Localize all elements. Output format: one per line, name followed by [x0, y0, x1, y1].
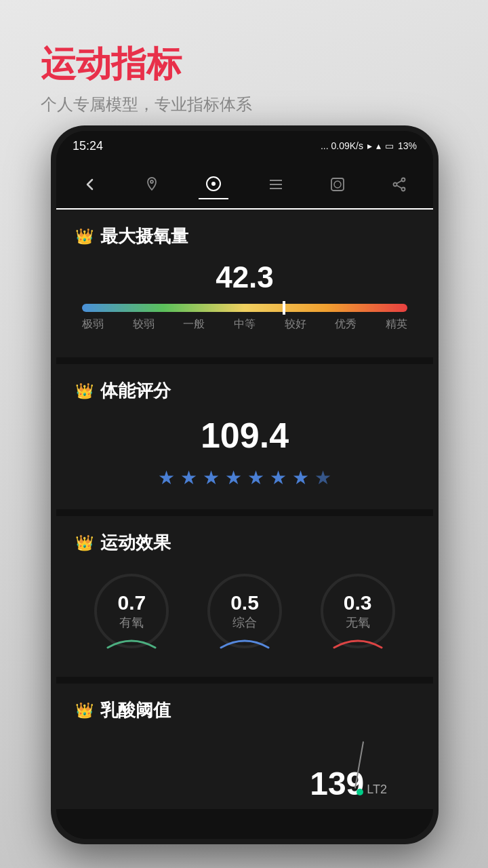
svg-line-11: [396, 186, 401, 189]
star-3: ★: [203, 467, 220, 489]
vo2max-value: 42.3: [75, 260, 414, 294]
battery-icon: ▭: [385, 140, 394, 151]
share-icon[interactable]: [384, 170, 414, 199]
lactate-value-area: 139 LT2: [75, 734, 414, 802]
bar-label-2: 一般: [183, 317, 205, 332]
list-icon[interactable]: [261, 170, 291, 199]
bar-label-5: 优秀: [335, 317, 357, 332]
aerobic-label: 有氧: [119, 614, 144, 631]
lactate-section: 👑 乳酸阈值 139 LT2: [56, 684, 433, 809]
svg-point-9: [393, 183, 396, 186]
combined-label: 综合: [232, 614, 257, 631]
combined-value: 0.5: [230, 591, 259, 614]
effect-anaerobic: 0.3 无氧: [321, 574, 395, 648]
bluetooth-icon: ▸: [367, 140, 372, 151]
top-nav: [56, 161, 433, 210]
anaerobic-circle: 0.3 无氧: [321, 574, 395, 648]
star-8: ★: [314, 467, 331, 489]
vo2max-section: 👑 最大摄氧量 42.3 极弱 较弱 一般 中等 较好: [56, 210, 433, 357]
bar-label-0: 极弱: [82, 317, 104, 332]
page-subtitle: 个人专属模型，专业指标体系: [41, 94, 252, 115]
page-header: 运动指标 个人专属模型，专业指标体系: [41, 41, 252, 115]
star-1: ★: [158, 467, 175, 489]
effect-aerobic: 0.7 有氧: [94, 574, 169, 648]
lactate-unit: LT2: [367, 783, 387, 797]
fitness-title-row: 👑 体能评分: [75, 379, 414, 403]
bar-label-1: 较弱: [133, 317, 155, 332]
svg-rect-6: [331, 178, 344, 191]
crown-icon-vo2: 👑: [75, 228, 94, 245]
background: 运动指标 个人专属模型，专业指标体系 15:24 ... 0.09K/s ▸ ▴…: [0, 0, 488, 868]
stars-row: ★ ★ ★ ★ ★ ★ ★ ★: [75, 467, 414, 489]
network-info: ... 0.09K/s: [321, 140, 363, 151]
fitness-title: 体能评分: [100, 379, 171, 403]
activity-icon[interactable]: [199, 170, 228, 199]
aerobic-value: 0.7: [117, 591, 146, 614]
svg-line-12: [396, 181, 401, 184]
star-7: ★: [292, 467, 309, 489]
search-icon[interactable]: [323, 170, 352, 199]
lactate-dot: [357, 789, 363, 795]
vo2max-title-row: 👑 最大摄氧量: [75, 224, 414, 248]
anaerobic-label: 无氧: [346, 614, 370, 631]
crown-icon-lactate: 👑: [75, 702, 94, 719]
exercise-effect-section: 👑 运动效果 0.7 有氧: [56, 516, 433, 677]
crown-icon-fitness: 👑: [75, 382, 94, 400]
fitness-section: 👑 体能评分 109.4 ★ ★ ★ ★ ★ ★ ★ ★: [56, 364, 433, 509]
page-title: 运动指标: [41, 41, 252, 88]
phone-inner: 15:24 ... 0.09K/s ▸ ▴ ▭ 13%: [56, 131, 433, 839]
lactate-title-row: 👑 乳酸阈值: [75, 698, 414, 722]
bar-label-4: 较好: [285, 317, 306, 332]
vo2max-title: 最大摄氧量: [100, 224, 188, 248]
svg-point-7: [334, 181, 341, 188]
svg-point-0: [150, 180, 153, 183]
lactate-title: 乳酸阈值: [100, 698, 171, 722]
effect-circles: 0.7 有氧 0.5 综合: [75, 567, 414, 662]
bar-labels: 极弱 较弱 一般 中等 较好 优秀 精英: [82, 317, 407, 332]
gradient-bar-container: 极弱 较弱 一般 中等 较好 优秀 精英: [82, 304, 407, 332]
back-button[interactable]: [75, 170, 105, 199]
svg-point-8: [401, 178, 405, 182]
combined-circle: 0.5 综合: [207, 574, 282, 648]
bar-label-6: 精英: [386, 317, 407, 332]
wifi-icon: ▴: [376, 140, 381, 151]
gradient-bar: [82, 304, 407, 312]
star-4: ★: [225, 467, 242, 489]
battery-percent: 13%: [398, 140, 417, 151]
crown-icon-exercise: 👑: [75, 534, 94, 552]
aerobic-circle: 0.7 有氧: [94, 574, 169, 648]
bar-marker: [283, 301, 285, 315]
map-icon[interactable]: [137, 170, 167, 199]
svg-point-2: [211, 182, 216, 186]
effect-combined: 0.5 综合: [207, 574, 282, 648]
status-bar: 15:24 ... 0.09K/s ▸ ▴ ▭ 13%: [56, 131, 433, 161]
phone-content: 👑 最大摄氧量 42.3 极弱 较弱 一般 中等 较好: [56, 210, 433, 839]
fitness-score: 109.4: [75, 415, 414, 456]
status-time: 15:24: [73, 139, 103, 153]
bar-label-3: 中等: [234, 317, 256, 332]
phone-frame: 15:24 ... 0.09K/s ▸ ▴ ▭ 13%: [51, 125, 439, 844]
exercise-title-row: 👑 运动效果: [75, 531, 414, 555]
exercise-title: 运动效果: [100, 531, 171, 555]
star-5: ★: [247, 467, 264, 489]
star-6: ★: [270, 467, 287, 489]
status-right: ... 0.09K/s ▸ ▴ ▭ 13%: [321, 140, 417, 151]
svg-point-10: [401, 188, 405, 191]
star-2: ★: [180, 467, 197, 489]
anaerobic-value: 0.3: [344, 591, 372, 614]
